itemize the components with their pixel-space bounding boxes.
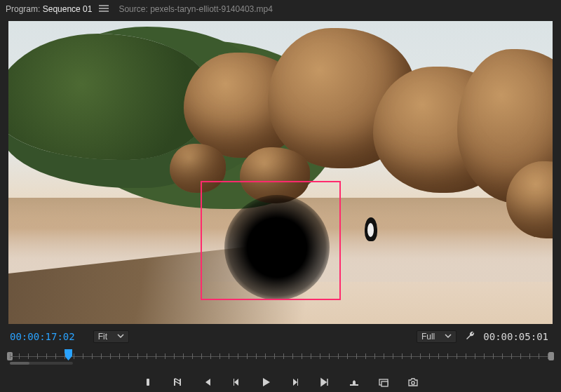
mark-in-button[interactable] xyxy=(141,375,155,389)
mark-out-button[interactable] xyxy=(170,375,184,389)
monitor-info-bar: 00:00:17:02 Fit Full 00:00:05:01 xyxy=(0,324,561,346)
export-frame-button[interactable] xyxy=(406,375,420,389)
zoom-level-dropdown[interactable]: Fit xyxy=(93,330,129,343)
svg-rect-2 xyxy=(381,381,388,386)
step-back-button[interactable] xyxy=(229,375,243,389)
subject-penguin xyxy=(365,217,377,241)
chevron-down-icon xyxy=(445,332,452,342)
svg-rect-0 xyxy=(147,379,149,386)
step-forward-button[interactable] xyxy=(288,375,302,389)
playback-resolution-dropdown[interactable]: Full xyxy=(417,330,457,343)
time-ruler[interactable] xyxy=(10,349,551,367)
source-filename: pexels-taryn-elliott-9140403.mp4 xyxy=(150,4,273,14)
effect-mask-bounding-box[interactable] xyxy=(201,181,341,300)
duration-timecode[interactable]: 00:00:05:01 xyxy=(483,331,548,342)
extract-button[interactable] xyxy=(377,375,391,389)
settings-wrench-icon[interactable] xyxy=(465,330,476,344)
panel-header: Program: Sequence 01 Source: pexels-tary… xyxy=(0,0,561,17)
lift-button[interactable] xyxy=(347,375,361,389)
svg-point-3 xyxy=(412,381,414,384)
zoom-level-label: Fit xyxy=(98,332,107,342)
zoom-scrollbar[interactable] xyxy=(10,362,73,365)
go-to-in-button[interactable] xyxy=(200,375,214,389)
playback-resolution-label: Full xyxy=(421,332,435,342)
ruler-handle-right[interactable] xyxy=(548,352,554,360)
source-label: Source: xyxy=(119,4,147,14)
sequence-name[interactable]: Sequence 01 xyxy=(43,4,93,14)
current-timecode[interactable]: 00:00:17:02 xyxy=(10,331,75,342)
program-label: Program: xyxy=(6,4,40,14)
panel-menu-icon[interactable] xyxy=(99,4,109,14)
go-to-out-button[interactable] xyxy=(318,375,332,389)
video-monitor[interactable] xyxy=(8,21,553,324)
chevron-down-icon xyxy=(117,332,124,342)
playhead[interactable] xyxy=(65,349,72,360)
play-button[interactable] xyxy=(259,375,273,389)
program-monitor-panel: Program: Sequence 01 Source: pexels-tary… xyxy=(0,0,561,392)
transport-controls xyxy=(0,372,561,392)
